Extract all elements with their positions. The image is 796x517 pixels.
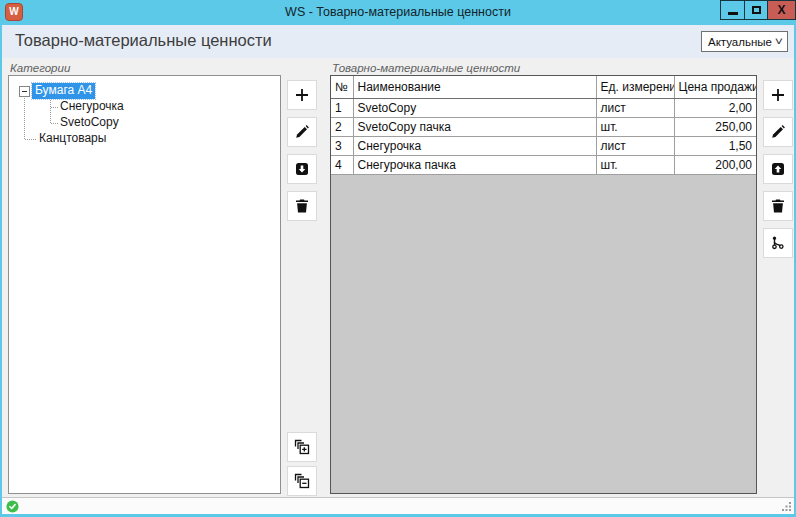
maximize-icon xyxy=(752,6,761,14)
edit-category-button[interactable] xyxy=(287,117,317,147)
categories-tree-panel: Бумага А4 Снегурочка SvetoCopy Канцтовар… xyxy=(8,75,281,494)
cell-unit: шт. xyxy=(596,155,674,174)
archive-down-icon xyxy=(294,161,310,177)
tree-connector-line xyxy=(50,98,51,123)
cell-unit: лист xyxy=(596,136,674,155)
tree-node-category[interactable]: SvetoCopy xyxy=(57,115,122,131)
table-row[interactable]: 4 Снегурочка пачка шт. 200,00 xyxy=(331,155,756,174)
tree-node-category[interactable]: Канцтовары xyxy=(36,131,109,147)
table-row[interactable]: 2 SvetoCopy пачка шт. 250,00 xyxy=(331,117,756,136)
unarchive-item-button[interactable] xyxy=(763,154,793,184)
plus-icon xyxy=(294,87,310,103)
cell-price: 250,00 xyxy=(674,117,756,136)
table-row[interactable]: 3 Снегурочка лист 1,50 xyxy=(331,136,756,155)
table-header-row: № Наименование Ед. измерения Цена продаж… xyxy=(331,76,756,98)
pencil-icon xyxy=(294,124,310,140)
add-category-button[interactable] xyxy=(287,80,317,110)
archive-category-button[interactable] xyxy=(287,154,317,184)
cell-price: 200,00 xyxy=(674,155,756,174)
minimize-button[interactable] xyxy=(720,0,745,20)
tree-collapse-toggle[interactable] xyxy=(19,86,30,97)
cell-name: SvetoCopy xyxy=(353,98,596,117)
plus-icon xyxy=(770,87,786,103)
edit-item-button[interactable] xyxy=(763,117,793,147)
categories-tree: Бумага А4 Снегурочка SvetoCopy Канцтовар… xyxy=(9,76,280,493)
delete-category-button[interactable] xyxy=(287,191,317,221)
cell-number: 1 xyxy=(331,98,353,117)
delete-item-button[interactable] xyxy=(763,191,793,221)
categories-label: Категории xyxy=(10,62,70,74)
client-area: Товарно-материальные ценности Актуальные… xyxy=(2,25,794,514)
close-icon: X xyxy=(777,4,785,16)
status-bar xyxy=(2,497,794,514)
expand-all-button[interactable] xyxy=(287,432,317,462)
cell-number: 4 xyxy=(331,155,353,174)
add-item-button[interactable] xyxy=(763,80,793,110)
items-grid-panel: № Наименование Ед. измерения Цена продаж… xyxy=(330,75,757,494)
cell-price: 2,00 xyxy=(674,98,756,117)
collapse-all-button[interactable] xyxy=(287,466,317,496)
cell-price: 1,50 xyxy=(674,136,756,155)
maximize-button[interactable] xyxy=(744,0,768,20)
trash-icon xyxy=(294,198,310,214)
cell-number: 3 xyxy=(331,136,353,155)
success-check-icon xyxy=(6,500,19,513)
branch-icon xyxy=(770,235,786,251)
close-button[interactable]: X xyxy=(767,0,796,20)
titlebar: W WS - Товарно-материальные ценности X xyxy=(0,0,796,25)
page-header: Товарно-материальные ценности Актуальные… xyxy=(2,25,794,58)
page-title: Товарно-материальные ценности xyxy=(15,31,272,50)
item-relations-button[interactable] xyxy=(763,228,793,258)
tree-node-category[interactable]: Бумага А4 xyxy=(32,83,95,99)
chevron-down-icon: ˅ xyxy=(775,36,783,47)
tree-connector-line xyxy=(24,98,25,139)
expand-all-icon xyxy=(294,439,310,455)
minimize-icon xyxy=(728,12,738,15)
filter-selected-value: Актуальные xyxy=(708,36,772,48)
column-header-name[interactable]: Наименование xyxy=(353,76,596,98)
cell-name: Снегурочка пачка xyxy=(353,155,596,174)
window-title: WS - Товарно-материальные ценности xyxy=(0,0,796,25)
cell-name: Снегурочка xyxy=(353,136,596,155)
resize-grip[interactable] xyxy=(781,501,793,513)
app-window: W WS - Товарно-материальные ценности X Т… xyxy=(0,0,796,517)
table-row[interactable]: 1 SvetoCopy лист 2,00 xyxy=(331,98,756,117)
items-label: Товарно-материальные ценности xyxy=(332,62,520,74)
cell-unit: лист xyxy=(596,98,674,117)
column-header-unit[interactable]: Ед. измерения xyxy=(596,76,674,98)
column-header-price[interactable]: Цена продажи xyxy=(674,76,756,98)
actuality-filter-select[interactable]: Актуальные ˅ xyxy=(701,31,788,52)
column-header-number[interactable]: № xyxy=(331,76,353,98)
cell-name: SvetoCopy пачка xyxy=(353,117,596,136)
trash-icon xyxy=(770,198,786,214)
cell-unit: шт. xyxy=(596,117,674,136)
tree-node-category[interactable]: Снегурочка xyxy=(57,99,127,115)
items-table: № Наименование Ед. измерения Цена продаж… xyxy=(331,76,756,175)
archive-up-icon xyxy=(770,161,786,177)
pencil-icon xyxy=(770,124,786,140)
cell-number: 2 xyxy=(331,117,353,136)
collapse-all-icon xyxy=(294,473,310,489)
tree-connector-line xyxy=(25,139,36,140)
